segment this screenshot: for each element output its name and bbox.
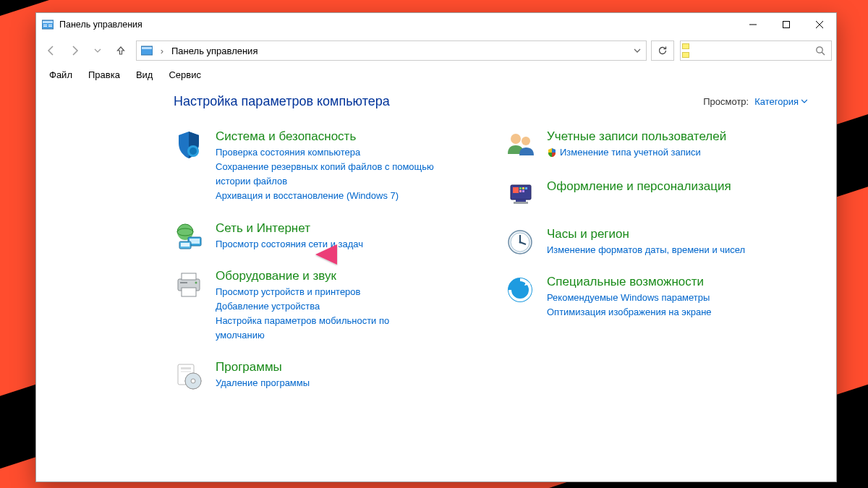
menu-file[interactable]: Файл — [42, 68, 80, 82]
chevron-right-icon[interactable]: › — [157, 46, 167, 56]
svg-point-48 — [519, 241, 522, 244]
window-title: Панель управления — [59, 20, 736, 30]
category-network-internet: Сеть и Интернет Просмотр состояния сети … — [174, 221, 476, 252]
category-programs: Программы Удаление программы — [174, 360, 476, 390]
uac-shield-icon — [547, 147, 557, 158]
svg-rect-36 — [513, 187, 519, 193]
svg-rect-26 — [180, 282, 187, 283]
sub-link[interactable]: Рекомендуемые Windows параметры — [547, 291, 712, 305]
address-bar[interactable]: › Панель управления — [136, 40, 647, 61]
svg-rect-11 — [142, 47, 152, 49]
control-panel-window: Панель управления › Панель управления Фа… — [35, 12, 837, 482]
app-icon — [42, 19, 54, 30]
chevron-down-icon — [801, 99, 807, 105]
svg-rect-3 — [43, 26, 47, 27]
svg-rect-7 — [783, 21, 790, 27]
globe-network-icon — [174, 221, 204, 252]
sub-link[interactable]: Настройка параметров мобильности по умол… — [216, 314, 440, 343]
svg-rect-5 — [48, 26, 52, 27]
svg-rect-4 — [48, 25, 52, 25]
recent-dropdown[interactable] — [87, 40, 109, 61]
menu-tools[interactable]: Сервис — [161, 68, 208, 82]
view-control: Просмотр: Категория — [703, 96, 807, 107]
search-icon[interactable] — [809, 46, 831, 56]
sub-link[interactable]: Сохранение резервных копий файлов с помо… — [216, 160, 440, 189]
svg-point-15 — [190, 147, 197, 155]
category-title[interactable]: Учетные записи пользователей — [547, 129, 726, 144]
ease-of-access-icon — [505, 275, 535, 305]
svg-rect-41 — [522, 190, 524, 192]
category-title[interactable]: Сеть и Интернет — [216, 221, 363, 236]
sub-link[interactable]: Просмотр устройств и принтеров — [216, 285, 440, 299]
breadcrumb-root[interactable]: Панель управления — [171, 46, 258, 56]
search-box[interactable] — [680, 40, 832, 61]
sub-link[interactable]: Архивация и восстановление (Windows 7) — [216, 189, 440, 203]
svg-rect-28 — [181, 367, 191, 369]
svg-rect-43 — [514, 202, 528, 204]
address-history-dropdown[interactable] — [633, 46, 642, 55]
category-title[interactable]: Часы и регион — [547, 227, 745, 241]
menu-view[interactable]: Вид — [129, 68, 161, 82]
titlebar: Панель управления — [36, 13, 836, 36]
address-icon — [141, 45, 153, 56]
view-label: Просмотр: — [703, 96, 749, 107]
maximize-button[interactable] — [770, 14, 803, 35]
category-clock-region: Часы и регион Изменение форматов даты, в… — [505, 227, 807, 257]
svg-rect-1 — [43, 21, 53, 23]
svg-point-34 — [522, 137, 530, 145]
sub-link[interactable]: Оптимизация изображения на экране — [547, 305, 712, 320]
category-hardware-sound: Оборудование и звук Просмотр устройств и… — [174, 269, 476, 343]
sub-link[interactable]: Просмотр состояния сети и задач — [216, 237, 363, 252]
sub-link[interactable]: Удаление программы — [216, 376, 310, 390]
svg-rect-38 — [522, 187, 524, 189]
svg-rect-24 — [182, 288, 196, 296]
sub-link[interactable]: Изменение форматов даты, времени и чисел — [547, 243, 745, 257]
minimize-button[interactable] — [736, 14, 770, 35]
svg-rect-40 — [519, 190, 522, 192]
svg-rect-42 — [516, 200, 526, 202]
category-title[interactable]: Оформление и персонализация — [547, 179, 731, 194]
category-ease-of-access: Специальные возможности Рекомендуемые Wi… — [505, 275, 807, 320]
svg-rect-39 — [525, 187, 527, 189]
printer-icon — [174, 269, 204, 299]
close-button[interactable] — [803, 14, 836, 35]
left-column: Система и безопасность Проверка состояни… — [174, 129, 476, 408]
back-button[interactable] — [41, 40, 62, 61]
view-dropdown[interactable]: Категория — [754, 96, 807, 107]
navbar: › Панель управления — [36, 36, 836, 65]
category-system-security: Система и безопасность Проверка состояни… — [174, 129, 476, 204]
category-title[interactable]: Система и безопасность — [216, 129, 440, 144]
category-title[interactable]: Оборудование и звук — [216, 269, 440, 283]
sub-link[interactable]: Изменение типа учетной записи — [547, 145, 701, 160]
svg-point-25 — [195, 281, 197, 283]
svg-rect-29 — [181, 371, 191, 372]
clock-icon — [505, 227, 535, 257]
svg-point-32 — [191, 379, 195, 383]
svg-point-49 — [508, 278, 532, 302]
content-area: Настройка параметров компьютера Просмотр… — [36, 84, 836, 481]
svg-rect-23 — [182, 273, 196, 280]
sub-link[interactable]: Проверка состояния компьютера — [216, 145, 440, 160]
personalization-icon — [505, 179, 535, 210]
category-appearance: Оформление и персонализация — [505, 179, 807, 210]
search-input[interactable] — [681, 46, 809, 56]
users-icon — [505, 129, 535, 160]
programs-disc-icon — [174, 360, 204, 390]
page-heading: Настройка параметров компьютера — [174, 94, 390, 109]
refresh-button[interactable] — [651, 40, 674, 61]
right-column: Учетные записи пользователей Изменение т… — [505, 129, 807, 408]
svg-point-12 — [817, 47, 822, 53]
svg-point-33 — [511, 134, 521, 144]
category-title[interactable]: Программы — [216, 360, 310, 374]
menu-edit[interactable]: Правка — [81, 68, 127, 82]
svg-rect-2 — [43, 25, 47, 25]
category-title[interactable]: Специальные возможности — [547, 275, 712, 289]
menubar: Файл Правка Вид Сервис — [36, 65, 836, 84]
up-button[interactable] — [110, 40, 132, 61]
svg-line-13 — [822, 52, 825, 55]
sub-link[interactable]: Добавление устройства — [216, 299, 440, 314]
forward-button[interactable] — [64, 40, 85, 61]
category-user-accounts: Учетные записи пользователей Изменение т… — [505, 129, 807, 162]
svg-rect-37 — [519, 187, 522, 189]
svg-rect-21 — [181, 243, 190, 247]
